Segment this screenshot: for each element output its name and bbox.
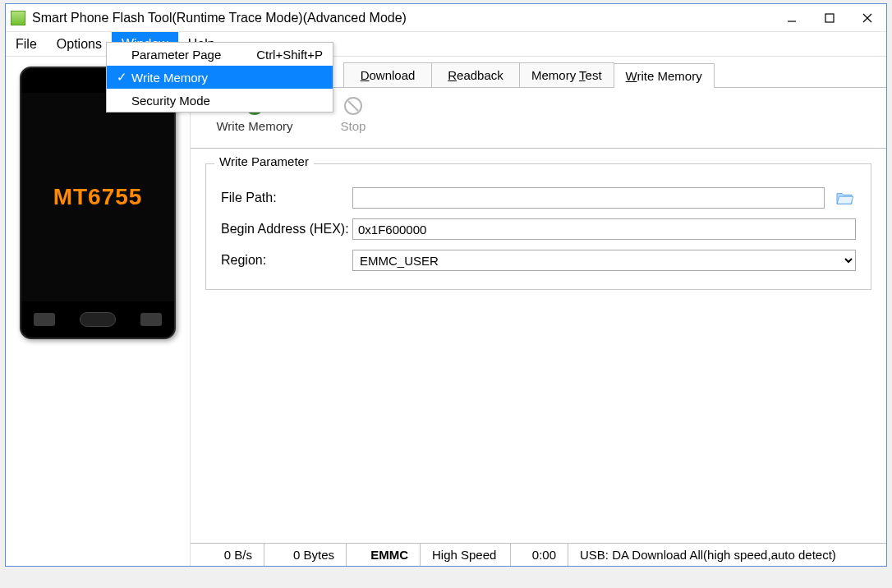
row-region: Region: EMMC_USER	[221, 250, 856, 271]
minimize-button[interactable]	[773, 4, 811, 32]
form-area: Write Parameter File Path: Begin Addre	[191, 149, 886, 543]
statusbar: 0 B/s 0 Bytes EMMC High Speed 0:00 USB: …	[191, 543, 886, 566]
status-time: 0:00	[511, 544, 568, 566]
right-panel: Download Readback Memory Test Write Memo…	[190, 57, 886, 566]
maximize-button[interactable]	[811, 4, 848, 32]
stop-icon	[342, 94, 365, 117]
file-path-input[interactable]	[352, 187, 825, 209]
phone-menu-icon	[34, 313, 55, 326]
write-memory-label: Write Memory	[216, 119, 292, 133]
browse-button[interactable]	[833, 188, 856, 208]
phone-chip-label: MT6755	[21, 93, 174, 301]
phone-home-icon	[80, 312, 116, 327]
left-panel: MT6755	[6, 57, 190, 566]
row-begin-address: Begin Address (HEX):	[221, 218, 856, 240]
body: MT6755 Download Readback Memory Test Wri…	[6, 57, 886, 566]
menu-file[interactable]: File	[6, 32, 47, 56]
window-menu-dropdown: Parameter Page Ctrl+Shift+P ✓ Write Memo…	[106, 42, 333, 113]
write-parameter-group: Write Parameter File Path: Begin Addre	[205, 163, 871, 290]
close-button[interactable]	[848, 4, 886, 32]
app-icon	[11, 11, 25, 25]
menu-item-parameter-page[interactable]: Parameter Page Ctrl+Shift+P	[107, 43, 333, 66]
check-icon: ✓	[115, 70, 128, 85]
status-speed: 0 B/s	[191, 544, 264, 566]
status-size: 0 Bytes	[264, 544, 347, 566]
status-storage: EMMC	[347, 544, 421, 566]
tab-download[interactable]: Download	[343, 62, 432, 87]
svg-line-6	[348, 101, 358, 111]
minimize-icon	[787, 13, 797, 23]
menu-options[interactable]: Options	[47, 32, 112, 56]
folder-icon	[835, 191, 853, 205]
status-connection: USB: DA Download All(high speed,auto det…	[568, 544, 886, 566]
svg-rect-1	[825, 14, 834, 22]
tab-memory-test[interactable]: Memory Test	[519, 62, 614, 87]
maximize-icon	[825, 13, 835, 23]
begin-address-label: Begin Address (HEX):	[221, 222, 352, 237]
tab-write-memory[interactable]: Write Memory	[614, 63, 715, 88]
region-label: Region:	[221, 253, 352, 268]
stop-label: Stop	[341, 119, 366, 133]
phone-back-icon	[140, 313, 162, 326]
titlebar: Smart Phone Flash Tool(Runtime Trace Mod…	[6, 4, 886, 32]
fieldset-legend: Write Parameter	[214, 154, 314, 168]
close-icon	[862, 13, 872, 23]
window-title: Smart Phone Flash Tool(Runtime Trace Mod…	[32, 11, 773, 25]
row-file-path: File Path:	[221, 187, 856, 209]
tab-readback[interactable]: Readback	[431, 62, 520, 87]
begin-address-input[interactable]	[352, 218, 856, 240]
file-path-label: File Path:	[221, 191, 352, 205]
status-mode: High Speed	[421, 544, 511, 566]
menu-item-security-mode[interactable]: Security Mode	[107, 89, 333, 112]
menu-item-write-memory[interactable]: ✓ Write Memory	[107, 66, 333, 89]
region-select[interactable]: EMMC_USER	[352, 250, 856, 271]
